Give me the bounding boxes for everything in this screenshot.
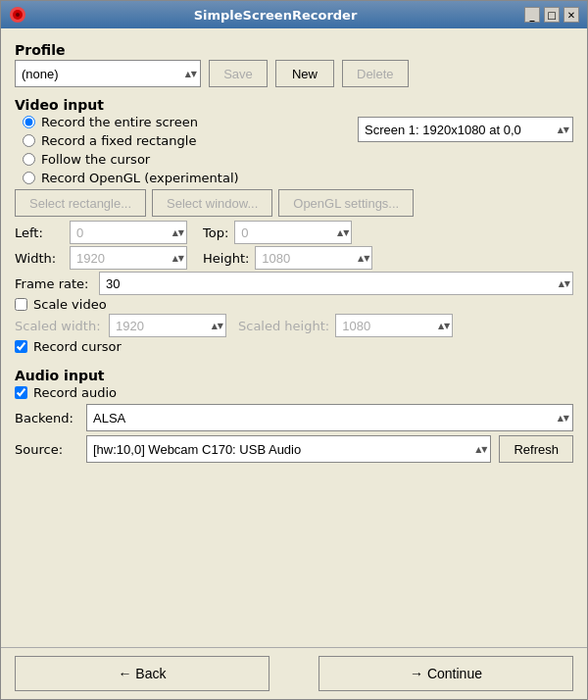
- framerate-row: Frame rate:: [15, 272, 573, 295]
- video-radio-group: Record the entire screen Record a fixed …: [23, 115, 239, 185]
- backend-select[interactable]: ALSA PulseAudio: [86, 404, 573, 431]
- new-button[interactable]: New: [275, 60, 334, 87]
- height-spinbox-wrapper: [255, 246, 372, 270]
- top-spinbox-wrapper: [234, 221, 352, 244]
- scale-video-checkbox[interactable]: [15, 298, 27, 311]
- profile-title: Profile: [15, 42, 573, 58]
- framerate-input-wrapper: [99, 272, 573, 295]
- maximize-button[interactable]: □: [544, 7, 560, 23]
- radio-entire-screen-label: Record the entire screen: [41, 115, 198, 129]
- select-window-button[interactable]: Select window...: [152, 189, 272, 217]
- record-audio-checkbox[interactable]: [15, 386, 27, 399]
- video-input-top: Record the entire screen Record a fixed …: [15, 115, 573, 185]
- source-select-wrapper: [hw:10,0] Webcam C170: USB Audio: [86, 435, 491, 463]
- record-cursor-checkbox[interactable]: [15, 340, 27, 353]
- radio-entire-screen[interactable]: Record the entire screen: [23, 115, 239, 129]
- scaled-height-label: Scaled height:: [238, 319, 329, 333]
- width-spinbox-wrapper: [70, 246, 187, 270]
- main-window: SimpleScreenRecorder _ □ ✕ Profile (none…: [0, 0, 588, 700]
- scaled-width-label: Scaled width:: [15, 319, 103, 333]
- footer: ← Back → Continue: [1, 647, 587, 699]
- source-select[interactable]: [hw:10,0] Webcam C170: USB Audio: [86, 435, 491, 463]
- back-button[interactable]: ← Back: [15, 656, 270, 691]
- scale-video-label: Scale video: [33, 297, 107, 312]
- window-controls: _ □ ✕: [524, 7, 579, 23]
- audio-input-section: Audio input Record audio Backend: ALSA P…: [15, 364, 573, 463]
- opengl-settings-button[interactable]: OpenGL settings...: [278, 189, 414, 217]
- backend-select-wrapper: ALSA PulseAudio: [86, 404, 573, 431]
- record-audio-row: Record audio: [15, 385, 573, 400]
- height-label: Height:: [203, 251, 249, 266]
- content-area: Profile (none) Save New Delete Video inp…: [1, 28, 587, 647]
- app-icon: [9, 6, 26, 24]
- profile-section: Profile (none) Save New Delete: [15, 38, 573, 87]
- left-input[interactable]: [70, 221, 187, 244]
- scaled-width-wrapper: [109, 314, 226, 337]
- title-bar: SimpleScreenRecorder _ □ ✕: [1, 1, 587, 28]
- video-input-title: Video input: [15, 97, 573, 113]
- close-button[interactable]: ✕: [564, 7, 579, 23]
- top-label: Top:: [203, 225, 228, 240]
- height-input[interactable]: [255, 246, 372, 270]
- scale-video-row: Scale video: [15, 297, 573, 312]
- audio-input-title: Audio input: [15, 368, 573, 383]
- scaled-width-input[interactable]: [109, 314, 226, 337]
- scaled-height-input[interactable]: [335, 314, 453, 337]
- profile-select[interactable]: (none): [15, 60, 201, 87]
- backend-row: Backend: ALSA PulseAudio: [15, 404, 573, 431]
- video-input-section: Video input Record the entire screen Rec…: [15, 93, 573, 354]
- framerate-input[interactable]: [99, 272, 573, 295]
- radio-fixed-rectangle-label: Record a fixed rectangle: [41, 133, 196, 148]
- record-cursor-label: Record cursor: [33, 339, 122, 354]
- left-top-row: Left: Top:: [15, 221, 573, 244]
- radio-entire-screen-input[interactable]: [23, 116, 35, 128]
- width-height-row: Width: Height:: [15, 246, 573, 270]
- continue-button[interactable]: → Continue: [318, 656, 573, 691]
- radio-fixed-rectangle[interactable]: Record a fixed rectangle: [23, 133, 239, 148]
- radio-opengl-label: Record OpenGL (experimental): [41, 171, 239, 185]
- minimize-button[interactable]: _: [524, 7, 540, 23]
- source-label: Source:: [15, 442, 78, 457]
- profile-row: (none) Save New Delete: [15, 60, 573, 87]
- save-button[interactable]: Save: [209, 60, 268, 87]
- svg-point-2: [16, 13, 20, 17]
- video-buttons-row: Select rectangle... Select window... Ope…: [15, 189, 573, 217]
- left-label: Left:: [15, 225, 64, 240]
- width-label: Width:: [15, 251, 64, 266]
- record-audio-label: Record audio: [33, 385, 117, 400]
- radio-opengl[interactable]: Record OpenGL (experimental): [23, 171, 239, 185]
- top-input[interactable]: [234, 221, 352, 244]
- select-rectangle-button[interactable]: Select rectangle...: [15, 189, 146, 217]
- screen-select-wrapper: Screen 1: 1920x1080 at 0,0: [358, 117, 573, 142]
- profile-select-wrapper: (none): [15, 60, 201, 87]
- radio-follow-cursor-label: Follow the cursor: [41, 152, 150, 167]
- radio-opengl-input[interactable]: [23, 172, 35, 184]
- scaled-height-wrapper: [335, 314, 453, 337]
- framerate-label: Frame rate:: [15, 276, 93, 291]
- width-input[interactable]: [70, 246, 187, 270]
- radio-follow-cursor[interactable]: Follow the cursor: [23, 152, 239, 167]
- screen-select-container: Screen 1: 1920x1080 at 0,0: [358, 115, 573, 142]
- source-row: Source: [hw:10,0] Webcam C170: USB Audio…: [15, 435, 573, 463]
- refresh-button[interactable]: Refresh: [499, 435, 573, 463]
- left-spinbox-wrapper: [70, 221, 187, 244]
- delete-button[interactable]: Delete: [342, 60, 409, 87]
- record-cursor-row: Record cursor: [15, 339, 573, 354]
- radio-fixed-rectangle-input[interactable]: [23, 134, 35, 147]
- backend-label: Backend:: [15, 411, 78, 425]
- window-title: SimpleScreenRecorder: [26, 8, 524, 23]
- radio-follow-cursor-input[interactable]: [23, 153, 35, 166]
- screen-select[interactable]: Screen 1: 1920x1080 at 0,0: [358, 117, 573, 142]
- scaled-dimensions-row: Scaled width: Scaled height:: [15, 314, 573, 337]
